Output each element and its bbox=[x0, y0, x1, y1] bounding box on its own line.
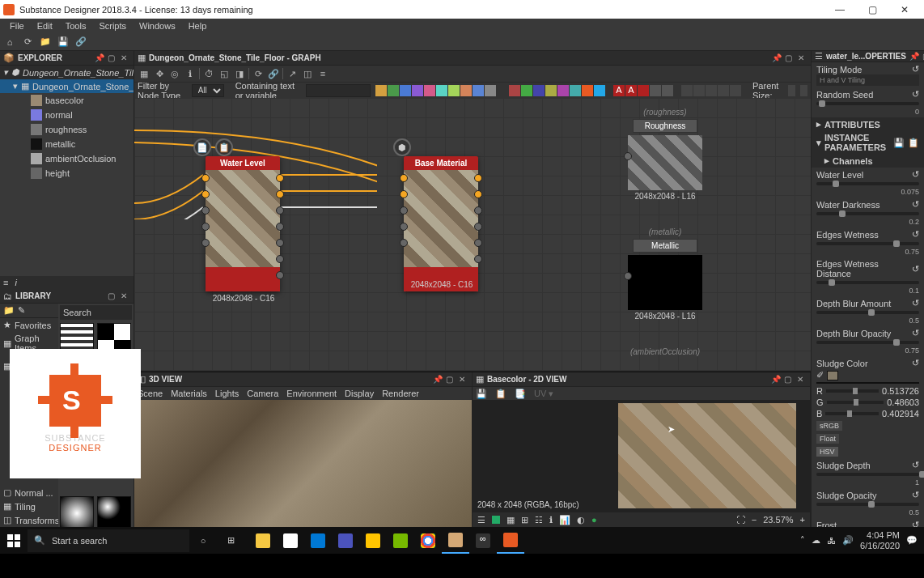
network-icon[interactable]: 🖧 bbox=[827, 536, 836, 546]
zoom-out-icon[interactable]: − bbox=[752, 515, 757, 525]
rgb-slider[interactable] bbox=[826, 389, 879, 393]
param-slider[interactable] bbox=[816, 281, 919, 284]
highlight-icon[interactable]: ◨ bbox=[233, 67, 246, 80]
param-slider[interactable] bbox=[816, 473, 919, 476]
picker-icon[interactable]: ◐ bbox=[577, 515, 585, 525]
tree-selected[interactable]: ▾▦ Dungeon_Ornate_Stone_Til... bbox=[0, 79, 134, 93]
reset-icon[interactable]: ↺ bbox=[912, 199, 919, 210]
menu-display[interactable]: Display bbox=[345, 389, 374, 398]
menu-tools[interactable]: Tools bbox=[59, 19, 93, 32]
view-btn[interactable] bbox=[693, 85, 705, 96]
palette-swatch[interactable] bbox=[533, 85, 545, 96]
reset-icon[interactable]: ↺ bbox=[912, 298, 919, 308]
filter-text-input[interactable] bbox=[306, 84, 371, 97]
node-badge-icon[interactable]: 📄 bbox=[193, 138, 211, 156]
start-button[interactable] bbox=[0, 527, 28, 554]
arrow-icon[interactable]: ↗ bbox=[286, 67, 299, 80]
reset-icon[interactable]: ↺ bbox=[912, 169, 919, 180]
atomic-btn[interactable] bbox=[650, 85, 661, 96]
ruler-icon[interactable]: ☷ bbox=[535, 515, 543, 525]
palette-swatch[interactable] bbox=[388, 85, 399, 96]
maximize-button[interactable]: ▢ bbox=[856, 1, 888, 19]
srgb-toggle[interactable]: sRGB bbox=[816, 421, 842, 431]
param-slider[interactable] bbox=[816, 503, 919, 506]
folder-icon[interactable]: 📁 bbox=[39, 36, 52, 49]
palette-swatch[interactable] bbox=[521, 85, 532, 96]
tree-item[interactable]: basecolor bbox=[0, 93, 134, 108]
painter-icon[interactable] bbox=[442, 527, 469, 554]
list-icon[interactable]: ≡ bbox=[3, 278, 8, 287]
pin-icon[interactable]: 📌 bbox=[909, 52, 919, 62]
palette-swatch[interactable] bbox=[375, 85, 387, 96]
library-search-input[interactable]: Search bbox=[60, 305, 132, 320]
folder-icon[interactable]: 📁 bbox=[3, 305, 15, 316]
palette-swatch[interactable] bbox=[460, 85, 472, 96]
reset-icon[interactable]: ↺ bbox=[912, 328, 919, 338]
param-slider[interactable] bbox=[816, 212, 919, 215]
output-node-ao[interactable]: (ambientOcclusion) bbox=[625, 347, 706, 356]
home-icon[interactable]: ⌂ bbox=[3, 36, 16, 49]
reset-icon[interactable]: ↺ bbox=[912, 89, 919, 100]
tray-up-icon[interactable]: ˄ bbox=[800, 535, 805, 546]
menu-lights[interactable]: Lights bbox=[215, 389, 239, 398]
edit-icon[interactable]: ✎ bbox=[18, 305, 25, 316]
reset-icon[interactable]: ↺ bbox=[912, 460, 919, 470]
lib-cat[interactable]: ▢Normal ... bbox=[0, 486, 58, 499]
outlook-icon[interactable] bbox=[304, 527, 332, 554]
color-swatch[interactable] bbox=[827, 371, 838, 380]
channel-icon[interactable]: ▦ bbox=[507, 515, 515, 525]
node-badge-icon[interactable]: 📋 bbox=[215, 138, 233, 156]
teams-icon[interactable] bbox=[332, 527, 359, 554]
menu-edit[interactable]: Edit bbox=[31, 19, 59, 32]
attributes-section[interactable]: ▸ATTRIBUTES bbox=[812, 117, 924, 131]
palette-swatch[interactable] bbox=[594, 85, 605, 96]
graph-node-base-material[interactable]: Base Material bbox=[404, 156, 478, 291]
output-node-metallic[interactable]: (metallic) Metallic 2048x2048 - L16 bbox=[625, 227, 706, 321]
save-icon[interactable]: 💾 bbox=[57, 36, 70, 49]
filter-type-select[interactable]: All bbox=[192, 84, 224, 97]
target-icon[interactable]: ◎ bbox=[168, 67, 181, 80]
link-icon[interactable]: 🔗 bbox=[267, 67, 280, 80]
zoom-in-icon[interactable]: + bbox=[800, 515, 805, 525]
sphere-icon[interactable]: ● bbox=[591, 515, 597, 525]
tree-item[interactable]: normal bbox=[0, 108, 134, 122]
reset-icon[interactable]: ↺ bbox=[912, 490, 919, 500]
info-icon[interactable]: ℹ bbox=[549, 515, 553, 525]
channel-icon[interactable] bbox=[492, 516, 500, 524]
pin-icon[interactable]: 📌 bbox=[433, 375, 443, 385]
mail-icon[interactable] bbox=[359, 527, 387, 554]
reload-icon[interactable]: ⟳ bbox=[21, 36, 34, 49]
menu-help[interactable]: Help bbox=[182, 19, 214, 32]
palette-swatch[interactable] bbox=[485, 85, 496, 96]
channels-section[interactable]: ▸Channels bbox=[812, 154, 924, 168]
palette-swatch[interactable] bbox=[436, 85, 447, 96]
palette-swatch[interactable] bbox=[412, 85, 423, 96]
maximize-panel-icon[interactable]: ▢ bbox=[108, 291, 117, 301]
minimize-button[interactable]: — bbox=[824, 1, 856, 19]
reset-icon[interactable]: ↺ bbox=[912, 229, 919, 240]
palette-swatch[interactable] bbox=[509, 85, 520, 96]
menu-file[interactable]: File bbox=[3, 19, 31, 32]
tree-item[interactable]: roughness bbox=[0, 122, 134, 137]
cortana-icon[interactable]: ○ bbox=[189, 527, 217, 554]
instance-params-section[interactable]: ▾INSTANCE PARAMETERS💾📋 bbox=[812, 131, 924, 154]
view2d-canvas[interactable]: 2048 x 2048 (RGBA, 16bpc) ➤ bbox=[473, 400, 810, 512]
onedrive-icon[interactable]: ☁ bbox=[812, 535, 820, 546]
info-icon[interactable]: ℹ bbox=[184, 67, 197, 80]
palette-swatch[interactable] bbox=[424, 85, 435, 96]
rgb-slider[interactable] bbox=[825, 412, 879, 415]
lib-cat[interactable]: ▦Tiling bbox=[0, 499, 58, 513]
tree-item[interactable]: metallic bbox=[0, 137, 134, 151]
atomic-btn[interactable] bbox=[638, 85, 649, 96]
tray-time[interactable]: 4:04 PM bbox=[860, 530, 900, 540]
sublevel-icon[interactable]: ◱ bbox=[218, 67, 231, 80]
chrome-icon[interactable] bbox=[414, 527, 442, 554]
palette-swatch[interactable] bbox=[497, 85, 508, 96]
close-button[interactable]: ✕ bbox=[888, 1, 921, 19]
maximize-panel-icon[interactable]: ▢ bbox=[784, 375, 794, 385]
close-panel-icon[interactable]: ✕ bbox=[798, 53, 807, 63]
library-thumb[interactable] bbox=[97, 496, 131, 530]
palette-swatch[interactable] bbox=[582, 85, 593, 96]
notifications-icon[interactable]: 💬 bbox=[906, 535, 918, 546]
move-icon[interactable]: ✥ bbox=[153, 67, 166, 80]
